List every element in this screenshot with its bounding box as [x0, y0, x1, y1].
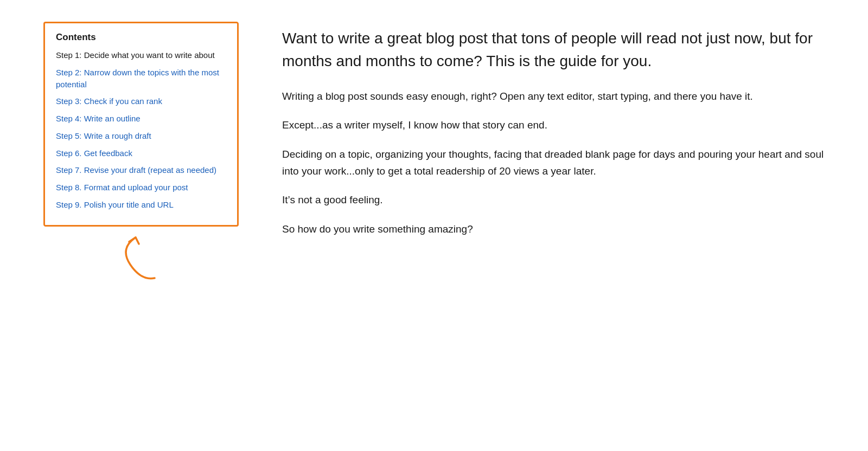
contents-box: Contents Step 1: Decide what you want to… — [43, 22, 239, 227]
contents-item-step6[interactable]: Step 6. Get feedback — [56, 147, 226, 159]
body-paragraph-1: Writing a blog post sounds easy enough, … — [282, 88, 835, 105]
contents-item-step1: Step 1: Decide what you want to write ab… — [56, 49, 226, 61]
contents-list: Step 1: Decide what you want to write ab… — [56, 49, 226, 211]
intro-paragraph: Want to write a great blog post that ton… — [282, 27, 835, 73]
contents-item-step9[interactable]: Step 9. Polish your title and URL — [56, 199, 226, 211]
contents-title: Contents — [56, 32, 226, 43]
body-paragraph-3: Deciding on a topic, organizing your tho… — [282, 146, 835, 180]
contents-item-step7[interactable]: Step 7. Revise your draft (repeat as nee… — [56, 164, 226, 176]
body-paragraph-4: It’s not a good feeling. — [282, 191, 835, 208]
contents-item-step5[interactable]: Step 5: Write a rough draft — [56, 130, 226, 142]
contents-item-step4[interactable]: Step 4: Write an outline — [56, 113, 226, 125]
arrow-container — [43, 232, 239, 286]
arrow-icon — [108, 232, 174, 286]
body-paragraph-5: So how do you write something amazing? — [282, 221, 835, 237]
contents-item-step2[interactable]: Step 2: Narrow down the topics with the … — [56, 67, 226, 91]
left-panel: Contents Step 1: Decide what you want to… — [33, 22, 250, 429]
contents-item-step8[interactable]: Step 8. Format and upload your post — [56, 182, 226, 194]
right-panel: Want to write a great blog post that ton… — [282, 22, 835, 429]
contents-item-step3[interactable]: Step 3: Check if you can rank — [56, 95, 226, 107]
body-paragraphs: Writing a blog post sounds easy enough, … — [282, 88, 835, 237]
body-paragraph-2: Except...as a writer myself, I know how … — [282, 117, 835, 133]
